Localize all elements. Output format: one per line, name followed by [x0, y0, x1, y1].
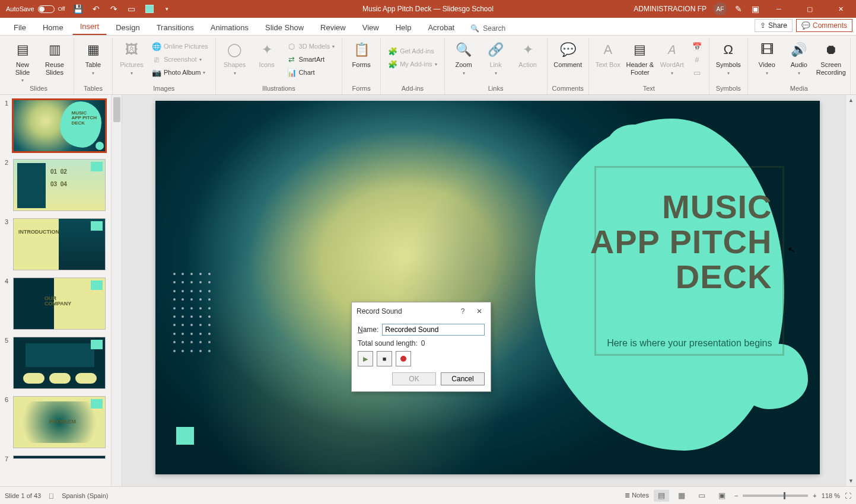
photo-album-button[interactable]: 📷Photo Album — [149, 66, 211, 78]
shapes-button[interactable]: ◯Shapes — [221, 38, 249, 76]
tab-home[interactable]: Home — [35, 19, 71, 35]
action-button[interactable]: ✦Action — [514, 38, 542, 69]
audio-button[interactable]: 🔊Audio — [785, 38, 813, 76]
dialog-close-button[interactable]: ✕ — [473, 307, 486, 315]
group-text-label: Text — [643, 84, 655, 94]
cancel-button[interactable]: Cancel — [441, 372, 485, 385]
scroll-up-icon[interactable]: ▲ — [846, 95, 856, 106]
slide-subtitle[interactable]: Here is where your presentation begins — [571, 338, 772, 349]
slide-number-button[interactable]: # — [690, 53, 704, 65]
zoom-slider[interactable] — [743, 495, 808, 497]
new-slide-button[interactable]: ▤New Slide — [8, 38, 37, 83]
thumbnail-slide-5[interactable] — [13, 337, 106, 389]
thumbnail-slide-2[interactable]: 01 0203 04 — [13, 159, 106, 211]
avatar[interactable]: AF — [714, 2, 727, 15]
play-button[interactable]: ▶ — [358, 351, 373, 366]
undo-icon[interactable]: ↶ — [91, 4, 101, 14]
slide-title[interactable]: MUSIC APP PITCH DECK — [583, 190, 772, 294]
thumbnail-slide-7[interactable] — [13, 455, 106, 459]
reuse-slides-button[interactable]: ▥Reuse Slides — [40, 38, 69, 76]
textbox-icon: A — [599, 40, 618, 59]
ribbon-display-icon[interactable]: ▣ — [750, 4, 760, 14]
touch-mode-icon[interactable]: ✎ — [734, 4, 743, 14]
video-button[interactable]: 🎞Video — [753, 38, 781, 76]
comment-label: Comment — [553, 61, 582, 69]
tab-transitions[interactable]: Transitions — [149, 19, 202, 35]
zoom-out-button[interactable]: − — [734, 492, 738, 499]
photo-album-icon: 📷 — [152, 68, 161, 77]
sound-name-input[interactable] — [382, 324, 485, 336]
slideshow-view-button[interactable]: ▣ — [714, 490, 730, 502]
object-button[interactable]: ▭ — [690, 66, 704, 78]
present-icon[interactable]: ▭ — [127, 4, 136, 14]
online-pictures-button[interactable]: 🌐Online Pictures — [149, 40, 211, 52]
reading-view-button[interactable]: ▭ — [694, 490, 709, 502]
3d-models-button[interactable]: ⬡3D Models — [285, 40, 338, 52]
maximize-button[interactable]: ▢ — [798, 0, 822, 18]
share-button[interactable]: ⇪ Share — [755, 19, 793, 32]
symbols-label: Symbols — [716, 61, 741, 69]
thumbnail-slide-4[interactable]: OURCOMPANY — [13, 277, 106, 330]
save-icon[interactable]: 💾 — [74, 4, 83, 14]
tab-insert[interactable]: Insert — [72, 18, 107, 35]
zoom-button[interactable]: 🔍Zoom — [450, 38, 478, 76]
close-button[interactable]: ✕ — [829, 0, 852, 18]
my-addins-button[interactable]: 🧩My Add-ins — [386, 58, 439, 70]
record-button[interactable] — [396, 351, 411, 366]
tab-design[interactable]: Design — [108, 19, 147, 35]
thumbnail-slide-1[interactable]: MUSICAPP PITCHDECK — [13, 100, 106, 152]
qat-more-icon[interactable]: ▾ — [163, 4, 172, 14]
date-time-button[interactable]: 📅 — [690, 40, 704, 52]
smartart-button[interactable]: ⇄SmartArt — [285, 53, 338, 65]
tab-file[interactable]: File — [6, 19, 34, 35]
sorter-view-button[interactable]: ▦ — [674, 490, 689, 502]
slide-editor[interactable]: MUSIC APP PITCH DECK Here is where your … — [122, 95, 856, 486]
tab-slideshow[interactable]: Slide Show — [257, 19, 311, 35]
tab-animations[interactable]: Animations — [203, 19, 256, 35]
redo-icon[interactable]: ↷ — [109, 4, 119, 14]
pictures-button[interactable]: 🖼Pictures — [117, 38, 146, 76]
language-status[interactable]: Spanish (Spain) — [62, 492, 108, 499]
comment-button[interactable]: 💬Comment — [553, 38, 582, 69]
fit-to-window-button[interactable]: ⛶ — [845, 492, 851, 499]
scroll-down-icon[interactable]: ▼ — [846, 476, 856, 486]
symbols-button[interactable]: ΩSymbols — [714, 38, 743, 76]
icons-button[interactable]: ✦Icons — [253, 38, 281, 69]
tab-acrobat[interactable]: Acrobat — [420, 19, 462, 35]
link-button[interactable]: 🔗Link — [482, 38, 510, 76]
thumbnail-panel[interactable]: 1 MUSICAPP PITCHDECK 2 01 0203 04 3 INTR… — [0, 95, 122, 486]
table-button[interactable]: ▦Table — [79, 38, 107, 76]
chart-button[interactable]: 📊Chart — [285, 66, 338, 78]
header-footer-button[interactable]: ▤Header & Footer — [626, 38, 654, 76]
autosave-toggle[interactable]: AutoSave Off — [6, 5, 65, 13]
workspace: 1 MUSICAPP PITCHDECK 2 01 0203 04 3 INTR… — [0, 95, 856, 486]
wordart-button[interactable]: 𝘈WordArt — [658, 38, 686, 76]
stop-button[interactable]: ■ — [377, 351, 392, 366]
tab-review[interactable]: Review — [313, 19, 354, 35]
accessibility-icon[interactable]: ⎕ — [49, 492, 53, 499]
notes-button[interactable]: ≣ Notes — [625, 492, 649, 499]
forms-button[interactable]: 📋Forms — [347, 38, 376, 69]
comments-button[interactable]: 💬 Comments — [796, 19, 852, 32]
slide-canvas[interactable]: MUSIC APP PITCH DECK Here is where your … — [155, 101, 820, 474]
tab-view[interactable]: View — [355, 19, 387, 35]
screen-recording-button[interactable]: ⏺Screen Recording — [817, 38, 845, 76]
ok-button[interactable]: OK — [392, 372, 436, 385]
textbox-button[interactable]: AText Box — [594, 38, 622, 69]
search-box[interactable]: 🔍 Search — [468, 22, 508, 35]
tab-help[interactable]: Help — [388, 19, 419, 35]
dialog-help-button[interactable]: ? — [456, 307, 469, 315]
color-swatch[interactable] — [145, 4, 154, 14]
slide-counter[interactable]: Slide 1 of 43 — [5, 492, 41, 499]
screenshot-button[interactable]: ⎚Screenshot — [149, 53, 211, 65]
zoom-in-button[interactable]: + — [813, 492, 816, 499]
minimize-button[interactable]: ─ — [767, 0, 791, 18]
account-name[interactable]: ADMINISTRACION FP — [634, 5, 707, 13]
zoom-value[interactable]: 118 % — [822, 492, 840, 499]
thumbnail-slide-6[interactable]: PROBLEM — [13, 396, 106, 448]
thumbnail-slide-3[interactable]: INTRODUCTION — [13, 218, 106, 270]
get-addins-button[interactable]: 🧩Get Add-ins — [386, 45, 439, 57]
thumbnail-scrollbar[interactable] — [111, 95, 122, 486]
normal-view-button[interactable]: ▤ — [654, 490, 669, 502]
editor-scrollbar[interactable]: ▲ ▼ — [845, 95, 856, 486]
